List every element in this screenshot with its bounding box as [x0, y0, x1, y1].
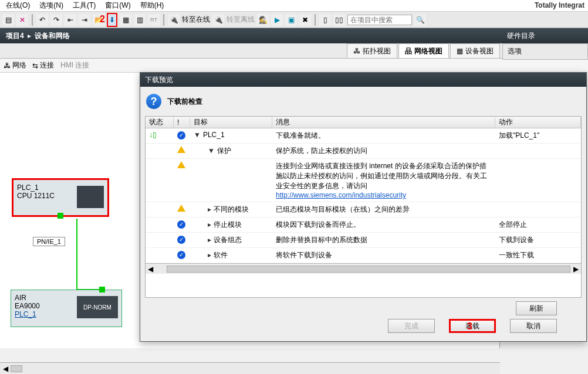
tab-network[interactable]: 品网络视图 — [398, 43, 449, 58]
refresh-button[interactable]: 刷新 — [516, 301, 557, 315]
compile-icon[interactable]: ▥ — [134, 14, 146, 26]
rt-icon[interactable]: RT — [148, 14, 160, 26]
dp-norm-module[interactable]: DP-NORM — [77, 296, 118, 318]
split1-icon[interactable]: ▯ — [319, 14, 331, 26]
table-h-scrollbar[interactable]: ◀▶ — [146, 263, 581, 274]
undo-icon[interactable]: ↶ — [36, 14, 48, 26]
diag1-icon[interactable]: 🕵 — [257, 14, 269, 26]
hmi-connection-dropdown[interactable]: HMI 连接 — [60, 60, 107, 71]
sim-icon[interactable]: ▦ — [120, 14, 131, 26]
question-icon: ? — [146, 94, 161, 109]
tab-topology[interactable]: 🖧拓扑视图 — [347, 43, 397, 58]
table-row[interactable]: ▸不同的模块 已组态模块与目标模块（在线）之间的差异 — [146, 202, 581, 217]
breadcrumb-view[interactable]: 设备和网络 — [35, 32, 70, 40]
separator — [163, 14, 164, 26]
network-icon: 品 — [405, 46, 412, 56]
table-row[interactable]: ✓ ▸设备组态 删除并替换目标中的系统数据 下载到设备 — [146, 233, 581, 248]
menu-window[interactable]: 窗口(W) — [100, 0, 135, 12]
ok-icon: ✓ — [177, 131, 185, 140]
network-subtoolbar: 🖧网络 ⇆连接 HMI 连接 — [0, 59, 588, 73]
topology-icon: 🖧 — [353, 47, 360, 55]
view-tabs: 🖧拓扑视图 品网络视图 ▦设备视图 — [0, 43, 588, 59]
download-check-table: 状态 ! 目标 消息 动作 ↓▯ ✓ ▼PLC_1 下载准备就绪。 加载"PLC… — [145, 116, 582, 298]
download-icon: ↓▯ — [149, 131, 157, 139]
brand-text: Totally Integrat — [535, 1, 584, 9]
expand-icon[interactable]: ▼ — [208, 147, 215, 155]
tab-device[interactable]: ▦设备视图 — [450, 43, 500, 58]
network-button[interactable]: 🖧网络 — [4, 60, 26, 70]
hw-catalog-title: 硬件目录 — [502, 28, 588, 43]
expand-icon[interactable]: ▸ — [208, 205, 211, 213]
menu-online[interactable]: 在线(O) — [1, 0, 35, 12]
col-state[interactable]: 状态 — [146, 117, 174, 127]
download-button[interactable]: 2 ⬇ — [107, 13, 117, 27]
ok-icon: ✓ — [177, 220, 185, 229]
canvas-h-scrollbar[interactable]: ◀ — [0, 362, 500, 374]
split2-icon[interactable]: ▯▯ — [333, 14, 345, 26]
air-device-node[interactable]: AIR EA9000 PLC_1 DP-NORM — [11, 290, 122, 327]
warning-icon — [177, 146, 185, 153]
back-icon[interactable]: ⇤ — [65, 14, 76, 26]
col-msg[interactable]: 消息 — [272, 117, 495, 127]
expand-icon[interactable]: ▸ — [208, 236, 211, 244]
annotation-step2: 2 — [100, 14, 105, 25]
project-search-input[interactable] — [347, 15, 412, 25]
fwd-icon[interactable]: ⇥ — [79, 14, 90, 26]
conn-icon: ⇆ — [32, 62, 38, 70]
menu-tools[interactable]: 工具(T) — [68, 0, 100, 12]
diag3-icon[interactable]: ▣ — [285, 14, 297, 26]
dialog-header: ? 下载前检查 — [140, 87, 586, 116]
menu-help[interactable]: 帮助(H) — [136, 0, 169, 12]
connect-icon[interactable]: 🔌 — [168, 14, 180, 26]
warning-icon — [177, 161, 185, 168]
dialog-subtitle: 下载前检查 — [167, 97, 202, 107]
main-toolbar: ▤ ✕ ↶ ↷ ⇤ ⇥ 📂 2 ⬇ ▦ ▥ RT 🔌 转至在线 🔌 转至离线 🕵… — [0, 12, 588, 28]
x-icon[interactable]: ✖ — [299, 14, 311, 26]
plc-image — [77, 186, 104, 208]
security-link[interactable]: http://www.siemens.com/industrialsecurit… — [276, 191, 406, 199]
go-online-button[interactable]: 转至在线 — [182, 15, 210, 25]
table-row[interactable]: ✓ ▸软件 将软件下载到设备 一致性下载 — [146, 248, 581, 263]
diag2-icon[interactable]: ▶ — [271, 14, 283, 26]
table-row[interactable]: 连接到企业网络或直接连接到 internet 的设备必须采取合适的保护措施以防止… — [146, 159, 581, 202]
col-action[interactable]: 动作 — [495, 117, 581, 127]
dialog-button-bar: 刷新 完成 3 装载 取消 — [140, 298, 586, 341]
device-icon: ▦ — [457, 47, 463, 55]
table-row[interactable]: ✓ ▸停止模块 模块因下载到设备而停止。 全部停止 — [146, 217, 581, 233]
dev2-link[interactable]: PLC_1 — [15, 310, 36, 318]
dialog-title: 下载预览 — [140, 73, 586, 87]
connection-label[interactable]: PN/IE_1 — [33, 237, 65, 246]
new-icon[interactable]: ▤ — [2, 14, 14, 26]
download-icon: ⬇ — [109, 16, 115, 24]
col-target[interactable]: 目标 — [190, 117, 272, 127]
menu-options[interactable]: 选项(N) — [35, 0, 68, 12]
ok-icon: ✓ — [177, 251, 185, 259]
dev2-port[interactable] — [99, 287, 105, 293]
expand-icon[interactable]: ▸ — [208, 251, 211, 259]
redo-icon[interactable]: ↷ — [50, 14, 62, 26]
separator — [32, 14, 33, 26]
search-go-icon[interactable]: 🔍 — [414, 14, 426, 26]
hw-catalog-options[interactable]: 选项 — [502, 43, 588, 60]
load-button[interactable]: 装载 — [449, 319, 496, 333]
table-row[interactable]: ▼保护 保护系统，防止未授权的访问 — [146, 144, 581, 159]
disconnect-icon[interactable]: 🔌 — [212, 14, 224, 26]
finish-button: 完成 — [388, 319, 435, 333]
plc-port[interactable] — [58, 213, 63, 219]
go-offline-button[interactable]: 转至离线 — [227, 15, 255, 25]
connections-button[interactable]: ⇆连接 — [32, 60, 54, 70]
breadcrumb-project[interactable]: 项目4 — [6, 32, 24, 40]
warning-icon — [177, 205, 185, 212]
table-row[interactable]: ↓▯ ✓ ▼PLC_1 下载准备就绪。 加载"PLC_1" — [146, 128, 581, 144]
download-preview-dialog: 下载预览 ? 下载前检查 状态 ! 目标 消息 动作 ↓▯ ✓ ▼PLC_1 下… — [140, 72, 587, 342]
ok-icon: ✓ — [177, 236, 185, 244]
close-icon[interactable]: ✕ — [16, 14, 28, 26]
expand-icon[interactable]: ▸ — [208, 220, 211, 229]
expand-icon[interactable]: ▼ — [194, 131, 201, 139]
cancel-button[interactable]: 取消 — [510, 319, 557, 333]
col-excl[interactable]: ! — [174, 118, 190, 127]
connection-wire[interactable] — [76, 219, 77, 290]
net-icon: 🖧 — [4, 62, 11, 70]
plc-device-node[interactable]: PLC_1 CPU 1211C — [12, 178, 109, 217]
separator — [315, 14, 316, 26]
